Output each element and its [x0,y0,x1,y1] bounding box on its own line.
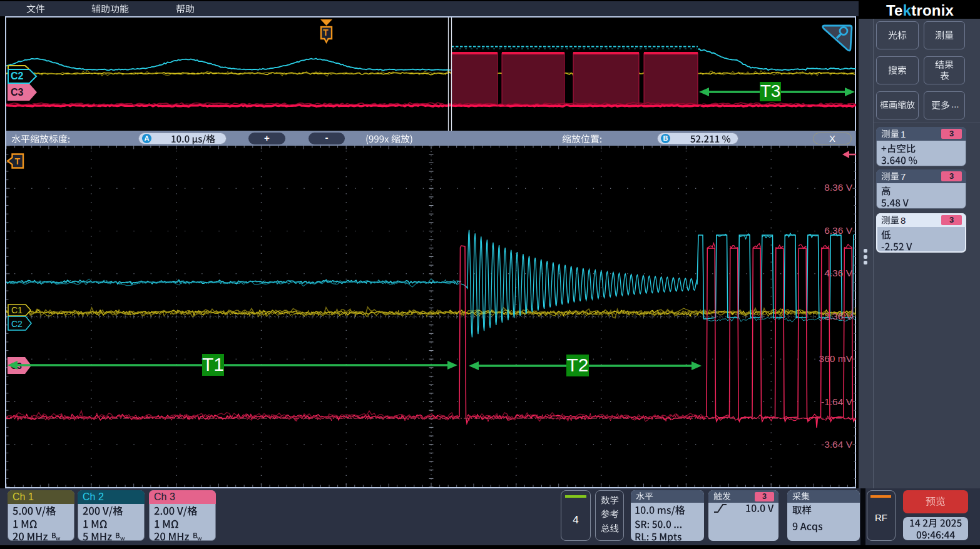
svg-text:C2: C2 [11,319,23,329]
svg-text:C1: C1 [11,305,23,315]
svg-text:T: T [15,156,21,166]
